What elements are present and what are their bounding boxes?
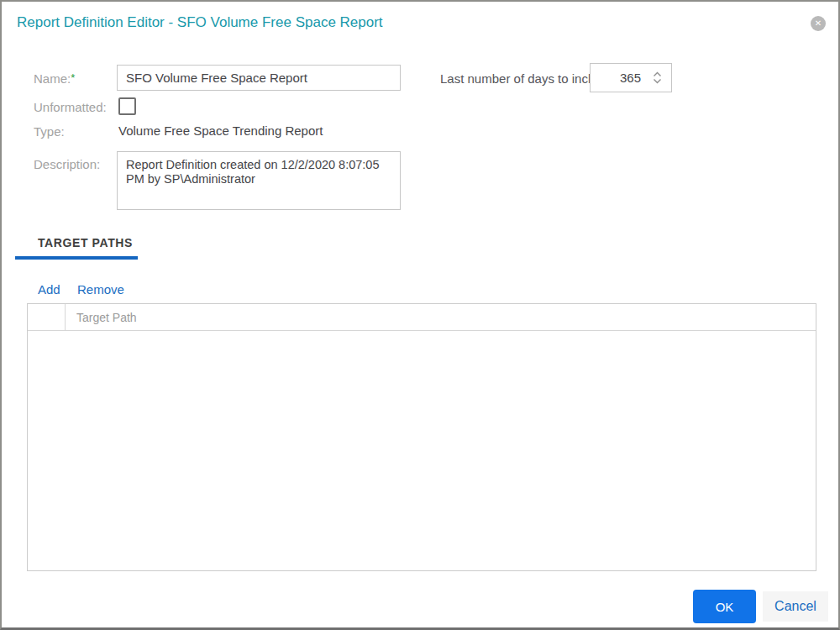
spinner-updown-icon[interactable] xyxy=(652,71,663,88)
type-value: Volume Free Space Trending Report xyxy=(118,123,323,138)
days-spinner[interactable] xyxy=(590,63,672,92)
add-button[interactable]: Add xyxy=(38,282,60,297)
name-input[interactable] xyxy=(117,65,401,91)
table-body-empty[interactable] xyxy=(28,332,816,570)
type-label: Type: xyxy=(34,124,65,139)
name-label: Name:* xyxy=(34,71,75,86)
report-definition-editor-dialog: Report Definition Editor - SFO Volume Fr… xyxy=(0,0,840,630)
table-header-target-path[interactable]: Target Path xyxy=(66,304,137,331)
description-label: Description: xyxy=(34,157,100,171)
days-label: Last number of days to include xyxy=(440,71,612,86)
tab-target-paths[interactable]: TARGET PATHS xyxy=(38,236,133,249)
required-asterisk: * xyxy=(71,71,75,84)
cancel-button[interactable]: Cancel xyxy=(763,591,828,622)
table-header-row: Target Path xyxy=(28,304,816,331)
unformatted-label: Unformatted: xyxy=(34,100,107,114)
table-header-select-column xyxy=(28,304,66,331)
close-icon[interactable]: ✕ xyxy=(811,16,826,31)
ok-button[interactable]: OK xyxy=(693,590,756,623)
unformatted-checkbox[interactable] xyxy=(118,97,136,115)
description-textarea[interactable]: Report Definition created on 12/2/2020 8… xyxy=(117,151,401,210)
active-tab-indicator xyxy=(15,256,138,260)
dialog-title: Report Definition Editor - SFO Volume Fr… xyxy=(17,14,383,31)
target-paths-table: Target Path xyxy=(27,303,816,571)
remove-button[interactable]: Remove xyxy=(77,282,124,297)
